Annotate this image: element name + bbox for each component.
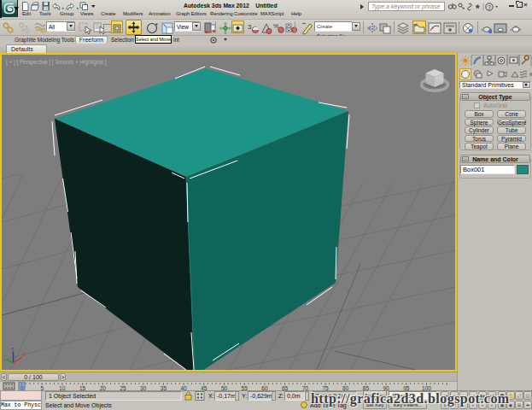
svg-text:3: 3 (248, 23, 252, 31)
svg-text:%: % (273, 23, 278, 29)
svg-text:y: y (3, 352, 6, 357)
svg-text:?: ? (488, 4, 491, 10)
svg-text:z: z (11, 346, 14, 351)
svg-text:[ + ] [ Perspective ] [ Smooth: [ + ] [ Perspective ] [ Smooth + Highlig… (6, 59, 107, 66)
svg-text:x: x (22, 352, 25, 357)
